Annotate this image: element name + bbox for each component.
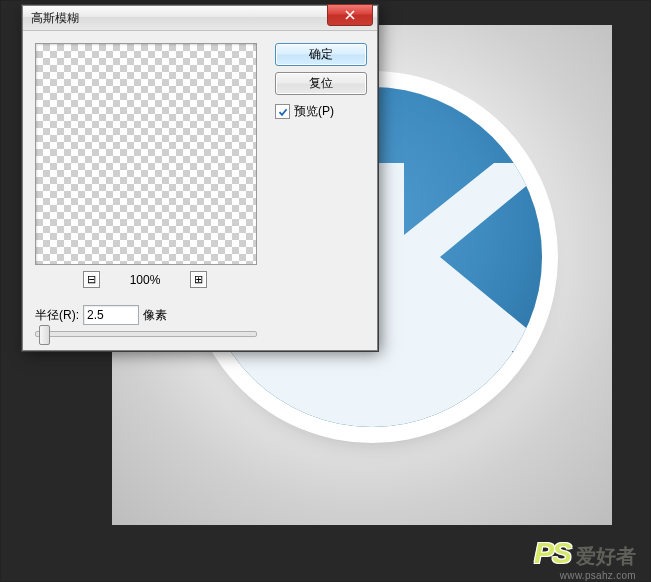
zoom-in-button[interactable]: ⊞: [190, 271, 207, 288]
minus-icon: ⊟: [87, 274, 96, 285]
radius-slider-thumb[interactable]: [39, 325, 50, 345]
watermark-brand: PS: [534, 536, 570, 570]
preview-checkbox-label: 预览(P): [294, 103, 334, 120]
radius-unit: 像素: [143, 307, 167, 324]
zoom-out-button[interactable]: ⊟: [83, 271, 100, 288]
dialog-titlebar[interactable]: 高斯模糊: [23, 6, 377, 31]
ok-button-label: 确定: [309, 46, 333, 63]
checkmark-icon: [278, 107, 288, 117]
watermark: PS 爱好者: [534, 536, 636, 570]
ok-button[interactable]: 确定: [275, 43, 367, 66]
reset-button-label: 复位: [309, 75, 333, 92]
watermark-url: www.psahz.com: [560, 570, 636, 581]
zoom-percentage: 100%: [130, 273, 161, 287]
radius-label: 半径(R):: [35, 307, 79, 324]
preview-checkbox-row[interactable]: 预览(P): [275, 103, 367, 120]
dialog-title: 高斯模糊: [31, 10, 79, 27]
reset-button[interactable]: 复位: [275, 72, 367, 95]
plus-icon: ⊞: [194, 274, 203, 285]
close-icon: [345, 10, 355, 20]
preview-thumbnail[interactable]: [35, 43, 257, 265]
preview-checkbox[interactable]: [275, 104, 290, 119]
gaussian-blur-dialog: 高斯模糊 ⊟ 100% ⊞ 半径(R): 像素 确定: [22, 5, 378, 351]
radius-slider[interactable]: [35, 331, 257, 337]
watermark-text: 爱好者: [576, 543, 636, 570]
radius-input[interactable]: [83, 305, 139, 325]
close-button[interactable]: [327, 4, 373, 26]
